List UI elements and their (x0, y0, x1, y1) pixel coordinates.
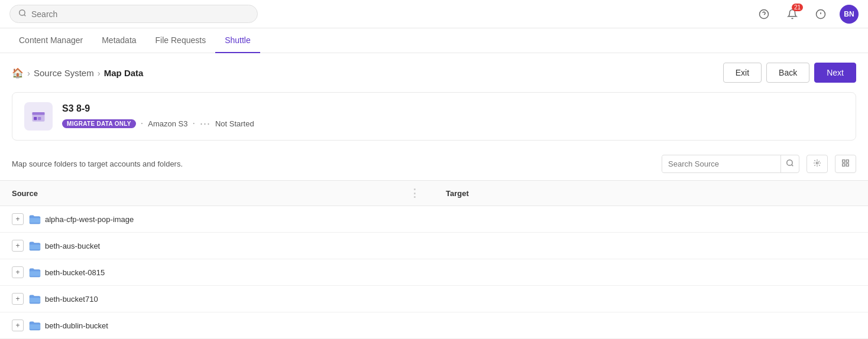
job-meta: MIGRATE DATA ONLY · Amazon S3 · ··· Not … (62, 118, 254, 130)
svg-rect-18 (846, 164, 848, 166)
svg-line-13 (792, 165, 793, 167)
status-dots: ··· (200, 118, 210, 130)
job-status: Not Started (215, 119, 254, 128)
expand-button[interactable]: + (12, 266, 24, 278)
source-cell: + beth-bucket710 (0, 286, 434, 312)
source-folder-name: beth-bucket710 (45, 295, 98, 304)
svg-rect-10 (34, 117, 37, 120)
breadcrumb-current: Map Data (104, 68, 144, 78)
target-cell[interactable] (434, 233, 868, 259)
search-box[interactable] (9, 5, 258, 23)
table-row: + beth-bucket710 (0, 286, 868, 312)
svg-rect-17 (843, 164, 845, 166)
notifications-button[interactable]: 21 (783, 5, 802, 24)
svg-rect-15 (843, 160, 845, 162)
target-cell[interactable] (434, 286, 868, 312)
back-button[interactable]: Back (766, 63, 809, 83)
search-actions (662, 155, 856, 173)
source-cell: + beth-dublin-bucket (0, 312, 434, 339)
svg-rect-23 (30, 324, 40, 329)
breadcrumb: 🏠 › Source System › Map Data (12, 67, 143, 79)
search-source-input[interactable] (662, 156, 780, 172)
job-icon (24, 102, 53, 131)
avatar[interactable]: BN (840, 5, 859, 24)
svg-rect-22 (30, 298, 40, 302)
breadcrumb-source-system[interactable]: Source System (34, 68, 94, 78)
job-card: S3 8-9 MIGRATE DATA ONLY · Amazon S3 · ·… (12, 92, 856, 141)
source-folder-name: beth-bucket-0815 (45, 268, 105, 277)
svg-rect-20 (30, 245, 40, 249)
svg-rect-19 (30, 218, 40, 223)
target-cell[interactable] (434, 259, 868, 286)
svg-point-12 (787, 160, 792, 165)
source-cell: + beth-bucket-0815 (0, 259, 434, 286)
svg-point-0 (20, 10, 25, 15)
resize-handle[interactable]: ⋮ (407, 187, 422, 200)
folder-icon (28, 294, 41, 304)
mapping-table: Source ⋮ Target + alpha-cfp-west-pop-ima… (0, 180, 868, 339)
notification-badge: 21 (792, 4, 803, 11)
source-folder-name: beth-dublin-bucket (45, 321, 108, 330)
table-row: + alpha-cfp-west-pop-image (0, 206, 868, 233)
svg-point-14 (816, 162, 818, 164)
tab-content-manager[interactable]: Content Manager (9, 28, 92, 53)
top-bar: 21 BN (0, 0, 868, 28)
svg-rect-9 (33, 112, 45, 115)
next-button[interactable]: Next (814, 63, 856, 83)
grid-button[interactable] (835, 155, 856, 173)
tab-file-requests[interactable]: File Requests (146, 28, 216, 53)
svg-rect-11 (38, 117, 41, 120)
home-icon[interactable]: 🏠 (12, 67, 24, 79)
help-button[interactable] (754, 5, 773, 24)
target-cell[interactable] (434, 312, 868, 339)
target-cell[interactable] (434, 206, 868, 233)
top-icons: 21 BN (754, 5, 859, 24)
source-folder-name: beth-aus-bucket (45, 242, 100, 250)
table-row: + beth-aus-bucket (0, 233, 868, 259)
migrate-badge: MIGRATE DATA ONLY (62, 119, 136, 128)
filter-button[interactable] (807, 155, 828, 173)
job-info: S3 8-9 MIGRATE DATA ONLY · Amazon S3 · ·… (62, 103, 254, 130)
folder-icon (28, 267, 41, 278)
nav-tabs: Content Manager Metadata File Requests S… (0, 28, 868, 53)
expand-button[interactable]: + (12, 240, 24, 252)
folder-icon (28, 214, 41, 224)
breadcrumb-sep-2: › (98, 68, 101, 78)
action-buttons: Exit Back Next (723, 63, 856, 83)
expand-button[interactable]: + (12, 320, 24, 331)
search-input[interactable] (31, 9, 249, 19)
source-folder-name: alpha-cfp-west-pop-image (45, 215, 134, 224)
tab-metadata[interactable]: Metadata (92, 28, 145, 53)
table-row: + beth-dublin-bucket (0, 312, 868, 339)
svg-line-1 (24, 15, 26, 17)
alerts-button[interactable] (811, 5, 830, 24)
meta-dot-1: · (141, 118, 143, 129)
tab-shuttle[interactable]: Shuttle (215, 28, 260, 53)
folder-icon (28, 240, 41, 251)
breadcrumb-row: 🏠 › Source System › Map Data Exit Back N… (0, 53, 868, 92)
source-cell: + alpha-cfp-west-pop-image (0, 206, 434, 233)
source-column-header: Source ⋮ (0, 181, 434, 206)
map-info-row: Map source folders to target accounts an… (0, 150, 868, 180)
exit-button[interactable]: Exit (723, 63, 762, 83)
meta-dot-2: · (192, 118, 195, 129)
search-source-button[interactable] (780, 155, 799, 172)
search-source-box[interactable] (662, 155, 799, 173)
expand-button[interactable]: + (12, 293, 24, 305)
target-column-header: Target (434, 181, 868, 206)
search-icon (18, 9, 27, 19)
job-provider: Amazon S3 (148, 119, 187, 128)
map-description: Map source folders to target accounts an… (12, 159, 183, 168)
svg-rect-16 (846, 160, 848, 162)
svg-rect-21 (30, 271, 40, 276)
folder-icon (28, 320, 41, 331)
expand-button[interactable]: + (12, 213, 24, 225)
table-row: + beth-bucket-0815 (0, 259, 868, 286)
job-title: S3 8-9 (62, 103, 254, 114)
source-cell: + beth-aus-bucket (0, 233, 434, 259)
breadcrumb-sep-1: › (27, 68, 30, 78)
